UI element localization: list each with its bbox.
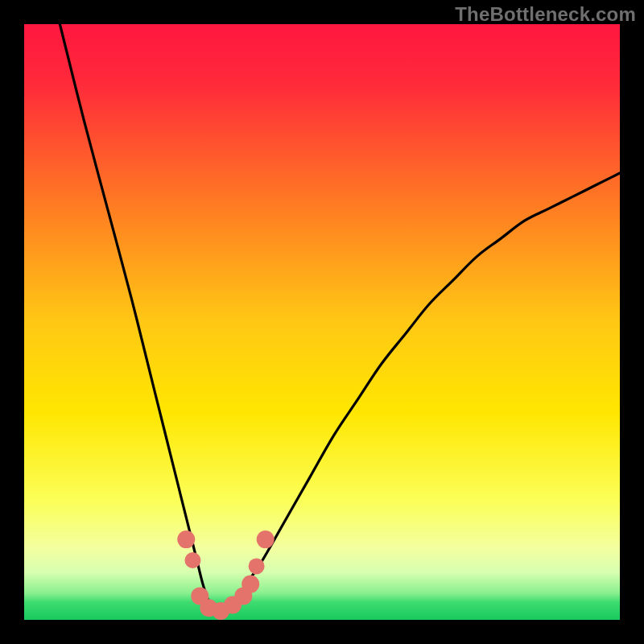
chart-svg bbox=[24, 24, 620, 620]
marker-point bbox=[177, 530, 195, 548]
marker-point bbox=[249, 558, 265, 574]
marker-point bbox=[184, 552, 200, 568]
chart-frame: TheBottleneck.com bbox=[0, 0, 644, 644]
marker-point bbox=[257, 530, 275, 548]
gradient-background bbox=[24, 24, 620, 620]
plot-area bbox=[24, 24, 620, 620]
watermark-text: TheBottleneck.com bbox=[455, 3, 636, 26]
marker-point bbox=[242, 576, 259, 593]
